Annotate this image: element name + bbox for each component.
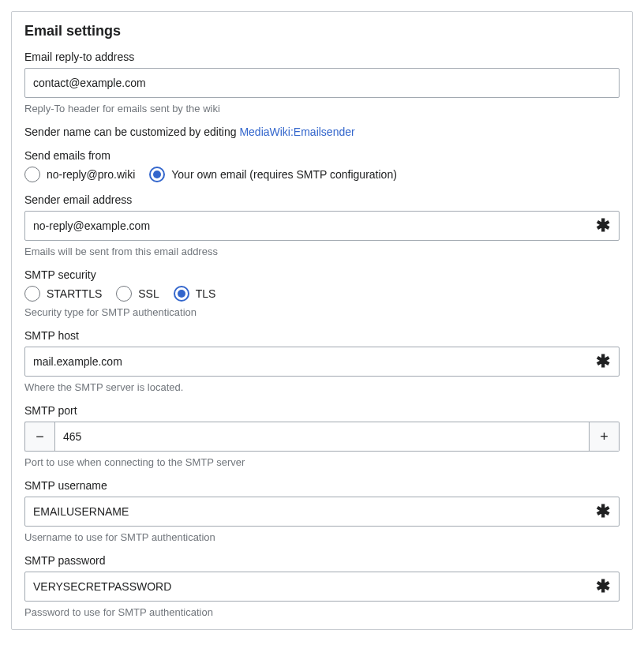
smtp-security-tls-label: TLS (196, 287, 216, 300)
smtp-password-field: SMTP password ✱ Password to use for SMTP… (24, 554, 620, 618)
radio-icon (174, 286, 189, 302)
radio-icon (116, 286, 132, 302)
reply-to-input[interactable] (24, 68, 620, 98)
smtp-password-label: SMTP password (24, 554, 620, 567)
send-from-option-own[interactable]: Your own email (requires SMTP configurat… (149, 167, 397, 182)
radio-icon (149, 167, 165, 182)
smtp-username-input[interactable] (24, 497, 620, 527)
smtp-security-ssl-label: SSL (138, 287, 159, 300)
sender-name-note: Sender name can be customized by editing… (24, 126, 620, 138)
smtp-security-starttls-label: STARTTLS (47, 287, 102, 300)
smtp-port-label: SMTP port (24, 404, 620, 417)
smtp-security-label: SMTP security (24, 268, 620, 281)
smtp-security-radiogroup: STARTTLS SSL TLS (24, 286, 620, 302)
send-from-label: Send emails from (24, 149, 620, 162)
reply-to-help: Reply-To header for emails sent by the w… (24, 103, 620, 114)
sender-name-note-text: Sender name can be customized by editing (24, 126, 239, 138)
smtp-username-label: SMTP username (24, 479, 620, 492)
sender-email-input[interactable] (24, 211, 620, 241)
smtp-username-help: Username to use for SMTP authentication (24, 531, 620, 543)
sender-email-field: Sender email address ✱ Emails will be se… (24, 193, 620, 257)
radio-icon (24, 286, 40, 302)
smtp-port-field: SMTP port − + Port to use when connectin… (24, 404, 620, 468)
smtp-port-decrement-button[interactable]: − (24, 422, 54, 452)
reply-to-field: Email reply-to address Reply-To header f… (24, 51, 620, 114)
smtp-host-input[interactable] (24, 347, 620, 377)
smtp-port-increment-button[interactable]: + (590, 422, 620, 452)
smtp-security-tls[interactable]: TLS (174, 286, 216, 302)
panel-title: Email settings (24, 23, 620, 39)
send-from-option-prowiki-label: no-reply@pro.wiki (47, 168, 135, 181)
smtp-port-input[interactable] (54, 422, 590, 452)
send-from-radiogroup: no-reply@pro.wiki Your own email (requir… (24, 167, 620, 182)
minus-icon: − (36, 429, 44, 445)
reply-to-label: Email reply-to address (24, 51, 620, 63)
radio-icon (24, 167, 40, 182)
smtp-security-help: Security type for SMTP authentication (24, 306, 620, 318)
smtp-security-ssl[interactable]: SSL (116, 286, 159, 302)
send-from-option-prowiki[interactable]: no-reply@pro.wiki (24, 167, 135, 182)
smtp-security-field: SMTP security STARTTLS SSL TLS Security … (24, 268, 620, 318)
smtp-password-input[interactable] (24, 572, 620, 602)
sender-email-label: Sender email address (24, 193, 620, 206)
smtp-password-help: Password to use for SMTP authentication (24, 606, 620, 618)
smtp-security-starttls[interactable]: STARTTLS (24, 286, 102, 302)
plus-icon: + (600, 429, 608, 445)
smtp-host-field: SMTP host ✱ Where the SMTP server is loc… (24, 329, 620, 393)
emailsender-link[interactable]: MediaWiki:Emailsender (239, 126, 354, 138)
smtp-host-label: SMTP host (24, 329, 620, 342)
send-from-field: Send emails from no-reply@pro.wiki Your … (24, 149, 620, 182)
email-settings-panel: Email settings Email reply-to address Re… (11, 11, 633, 630)
smtp-host-help: Where the SMTP server is located. (24, 381, 620, 393)
smtp-username-field: SMTP username ✱ Username to use for SMTP… (24, 479, 620, 543)
sender-email-help: Emails will be sent from this email addr… (24, 246, 620, 257)
send-from-option-own-label: Your own email (requires SMTP configurat… (171, 168, 397, 181)
smtp-port-help: Port to use when connecting to the SMTP … (24, 456, 620, 468)
smtp-port-stepper: − + (24, 422, 620, 452)
